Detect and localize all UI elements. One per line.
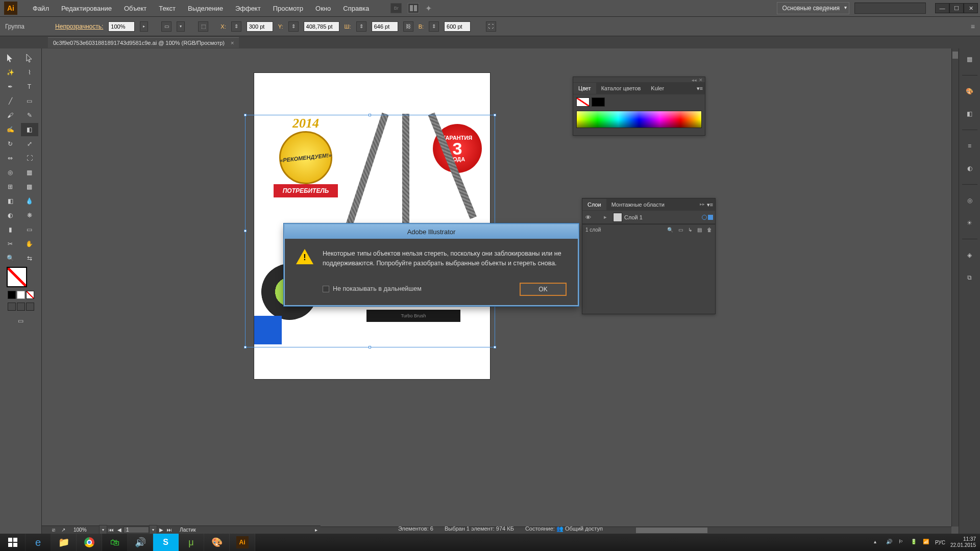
arrange-documents-icon[interactable] bbox=[408, 3, 419, 13]
next-artboard-icon[interactable]: ▶ bbox=[157, 527, 165, 533]
dock-artboards-icon[interactable]: ▦ bbox=[963, 53, 976, 66]
layer-row[interactable]: 👁 ▸ Слой 1 bbox=[582, 211, 715, 224]
ok-button[interactable]: OK bbox=[520, 283, 567, 296]
last-artboard-icon[interactable]: ⏭ bbox=[165, 527, 174, 533]
mesh-tool[interactable]: ▩ bbox=[21, 180, 38, 193]
opacity-dropdown[interactable]: ▸ bbox=[140, 21, 148, 32]
dock-gradient-icon[interactable]: ◐ bbox=[963, 162, 976, 175]
style-dropdown[interactable]: ▾ bbox=[177, 21, 185, 32]
stepper-w-icon[interactable]: ⇕ bbox=[356, 21, 366, 32]
prev-artboard-icon[interactable]: ◀ bbox=[115, 527, 124, 533]
first-artboard-icon[interactable]: ⏮ bbox=[107, 527, 115, 533]
panel-close-icon[interactable]: ✕ bbox=[699, 78, 703, 82]
tray-language[interactable]: РУС bbox=[935, 540, 945, 545]
gradient-mode-icon[interactable] bbox=[17, 291, 25, 299]
target-icon[interactable] bbox=[702, 215, 707, 220]
menu-effect[interactable]: Эффект bbox=[229, 5, 267, 12]
share-icon[interactable]: ↗ bbox=[61, 527, 70, 533]
shape-builder-tool[interactable]: ◎ bbox=[2, 166, 19, 179]
fill-swatch[interactable] bbox=[576, 97, 590, 107]
pencil-tool[interactable]: ✎ bbox=[21, 109, 38, 122]
dont-show-label[interactable]: Не показывать в дальнейшем bbox=[333, 284, 422, 294]
rectangle-tool[interactable]: ▭ bbox=[21, 94, 38, 108]
dock-stroke-icon[interactable]: ≡ bbox=[963, 139, 976, 153]
layer-name[interactable]: Слой 1 bbox=[624, 214, 643, 220]
taskbar-skype-icon[interactable]: S bbox=[153, 534, 179, 551]
color-spectrum[interactable] bbox=[576, 111, 702, 128]
feather-icon[interactable]: ✦ bbox=[425, 4, 432, 13]
start-button[interactable] bbox=[0, 534, 26, 551]
slice-tool[interactable]: ✂ bbox=[2, 237, 19, 251]
tray-flag-icon[interactable]: 🏳 bbox=[898, 539, 905, 546]
stepper-y-icon[interactable]: ⇕ bbox=[288, 21, 299, 32]
dock-transparency-icon[interactable]: ◎ bbox=[963, 194, 976, 207]
taskbar-store-icon[interactable]: 🛍 bbox=[102, 534, 128, 551]
tray-clock[interactable]: 11:37 22.01.2015 bbox=[950, 536, 976, 548]
menu-file[interactable]: Файл bbox=[27, 5, 55, 12]
perspective-grid-tool[interactable]: ⊞ bbox=[2, 180, 19, 193]
opacity-input[interactable] bbox=[108, 21, 135, 32]
menu-window[interactable]: Окно bbox=[309, 5, 337, 12]
symbol-sprayer-tool[interactable]: ❋ bbox=[21, 209, 38, 222]
dock-layers-icon[interactable]: ◈ bbox=[963, 248, 976, 262]
status-arrow-icon[interactable]: ▸ bbox=[315, 527, 321, 533]
blend-tool[interactable]: ◐ bbox=[2, 209, 19, 222]
make-clipping-mask-icon[interactable]: ▭ bbox=[678, 227, 683, 233]
paintbrush-tool[interactable]: 🖌 bbox=[2, 109, 19, 122]
dock-swatches-icon[interactable]: ◧ bbox=[963, 107, 976, 120]
gpu-icon[interactable]: ⎚ bbox=[52, 527, 61, 533]
taskbar-illustrator-icon[interactable]: Ai bbox=[230, 534, 255, 551]
tray-up-icon[interactable]: ▴ bbox=[874, 539, 881, 546]
panel-collapse-icon[interactable]: ◂◂ bbox=[692, 78, 697, 82]
window-close[interactable]: ✕ bbox=[964, 3, 978, 13]
tab-layers[interactable]: Слои bbox=[582, 199, 606, 210]
style-icon[interactable]: ▭ bbox=[161, 21, 172, 32]
artboard-dropdown[interactable]: ▾ bbox=[149, 525, 157, 534]
zoom-value[interactable]: 100% bbox=[70, 527, 99, 533]
window-minimize[interactable]: — bbox=[935, 3, 949, 13]
x-input[interactable] bbox=[247, 21, 273, 32]
stepper-h-icon[interactable]: ⇕ bbox=[429, 21, 439, 32]
tab-color-guide[interactable]: Каталог цветов bbox=[596, 83, 646, 94]
h-input[interactable] bbox=[444, 21, 471, 32]
tab-artboards[interactable]: Монтажные области bbox=[606, 199, 670, 210]
tray-network-icon[interactable]: 📶 bbox=[923, 539, 930, 546]
taskbar-audio-icon[interactable]: 🔊 bbox=[128, 534, 153, 551]
window-maximize[interactable]: ☐ bbox=[949, 3, 964, 13]
new-layer-icon[interactable]: ▤ bbox=[697, 227, 702, 233]
opacity-label[interactable]: Непрозрачность: bbox=[55, 23, 103, 30]
menu-select[interactable]: Выделение bbox=[182, 5, 229, 12]
dont-show-checkbox[interactable] bbox=[323, 286, 329, 292]
alignrefs-icon[interactable]: ⬚ bbox=[198, 21, 208, 32]
none-mode-icon[interactable] bbox=[26, 291, 34, 299]
menu-help[interactable]: Справка bbox=[337, 5, 375, 12]
artboard-tool[interactable]: ▭ bbox=[21, 223, 38, 236]
zoom-dropdown[interactable]: ▾ bbox=[99, 525, 107, 534]
delete-layer-icon[interactable]: 🗑 bbox=[707, 227, 712, 233]
visibility-icon[interactable]: 👁 bbox=[582, 214, 594, 220]
tray-volume-icon[interactable]: 🔊 bbox=[886, 539, 893, 546]
type-tool[interactable]: T bbox=[21, 80, 38, 93]
tab-color[interactable]: Цвет bbox=[573, 83, 596, 94]
vertical-scrollbar[interactable] bbox=[951, 48, 959, 527]
rotate-tool[interactable]: ↻ bbox=[2, 137, 19, 151]
stroke-swatch[interactable] bbox=[592, 97, 605, 107]
line-tool[interactable]: ╱ bbox=[2, 94, 19, 108]
controlbar-menu-icon[interactable]: ≡ bbox=[971, 22, 975, 31]
dock-color-icon[interactable]: 🎨 bbox=[963, 85, 976, 98]
w-input[interactable] bbox=[372, 21, 398, 32]
y-input[interactable] bbox=[304, 21, 339, 32]
toggle-fill-stroke[interactable]: ⇆ bbox=[21, 252, 38, 265]
taskbar-chrome-icon[interactable] bbox=[77, 534, 102, 551]
transform-icon[interactable]: ⛶ bbox=[486, 21, 496, 32]
blob-brush-tool[interactable]: ✍ bbox=[2, 123, 19, 136]
close-tab-icon[interactable]: × bbox=[231, 40, 234, 46]
artboard-number[interactable]: 1 bbox=[124, 527, 149, 533]
zoom-tool[interactable]: 🔍 bbox=[2, 252, 19, 265]
selection-tool[interactable] bbox=[2, 52, 19, 65]
link-wh-icon[interactable]: ⛓ bbox=[403, 21, 413, 32]
fill-stroke-swatch[interactable] bbox=[7, 267, 35, 289]
dock-appearance-icon[interactable]: ☀ bbox=[963, 216, 976, 230]
column-graph-tool[interactable]: ▮ bbox=[2, 223, 19, 236]
taskbar-utorrent-icon[interactable]: μ bbox=[179, 534, 204, 551]
